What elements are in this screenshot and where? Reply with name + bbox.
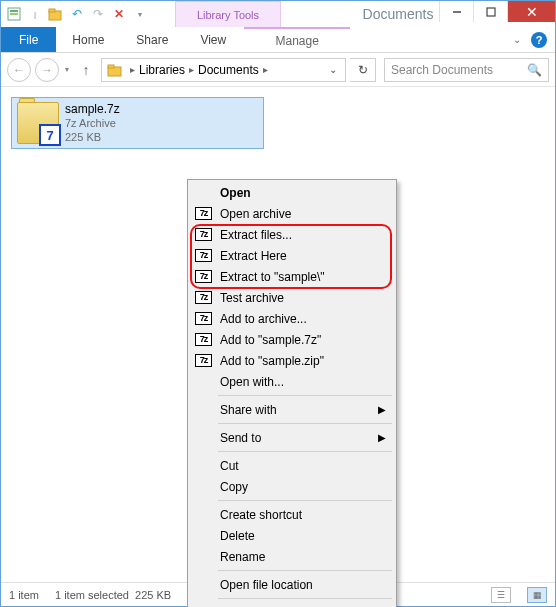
nav-history-dropdown-icon[interactable]: ▾ — [63, 65, 71, 74]
redo-icon: ↷ — [89, 5, 107, 23]
search-placeholder: Search Documents — [391, 63, 493, 77]
menu-test-archive[interactable]: 7zTest archive — [190, 287, 394, 308]
tab-file[interactable]: File — [1, 27, 56, 52]
content-area[interactable]: 7 sample.7z 7z Archive 225 KB Open 7zOpe… — [1, 87, 555, 582]
tiles-view-button[interactable]: ▦ — [527, 587, 547, 603]
menu-share-with[interactable]: Share with▶ — [190, 399, 394, 420]
7z-icon: 7z — [195, 270, 212, 283]
close-button[interactable]: ✕ — [507, 1, 555, 22]
tab-share[interactable]: Share — [120, 27, 184, 52]
menu-open-archive[interactable]: 7zOpen archive — [190, 203, 394, 224]
file-item-sample-7z[interactable]: 7 sample.7z 7z Archive 225 KB — [11, 97, 264, 149]
menu-separator — [218, 500, 392, 501]
qat-divider: | — [26, 5, 44, 23]
archive-file-icon: 7 — [17, 102, 59, 144]
file-size: 225 KB — [65, 130, 120, 144]
new-folder-icon[interactable] — [47, 5, 65, 23]
menu-open[interactable]: Open — [190, 182, 394, 203]
menu-extract-files[interactable]: 7zExtract files... — [190, 224, 394, 245]
menu-separator — [218, 423, 392, 424]
breadcrumb[interactable]: ▸ Libraries ▸ Documents ▸ ⌄ — [101, 58, 346, 82]
menu-rename[interactable]: Rename — [190, 546, 394, 567]
undo-icon[interactable]: ↶ — [68, 5, 86, 23]
svg-rect-1 — [10, 10, 18, 12]
refresh-button[interactable]: ↻ — [350, 58, 376, 82]
ribbon-tabs: File Home Share View Manage ⌄ ? — [1, 27, 555, 53]
menu-send-to[interactable]: Send to▶ — [190, 427, 394, 448]
window-controls: ✕ — [439, 1, 555, 22]
menu-separator — [218, 570, 392, 571]
submenu-arrow-icon: ▶ — [378, 432, 386, 443]
status-item-count: 1 item — [9, 589, 39, 601]
menu-separator — [218, 395, 392, 396]
tab-view[interactable]: View — [184, 27, 242, 52]
context-menu: Open 7zOpen archive 7zExtract files... 7… — [187, 179, 397, 607]
search-icon: 🔍 — [527, 63, 542, 77]
submenu-arrow-icon: ▶ — [378, 404, 386, 415]
menu-separator — [218, 451, 392, 452]
breadcrumb-dropdown-icon[interactable]: ⌄ — [323, 64, 343, 75]
7z-icon: 7z — [195, 249, 212, 262]
menu-properties[interactable]: Properties — [190, 602, 394, 607]
menu-add-to-archive[interactable]: 7zAdd to archive... — [190, 308, 394, 329]
7z-icon: 7z — [195, 354, 212, 367]
search-input[interactable]: Search Documents 🔍 — [384, 58, 549, 82]
details-view-button[interactable]: ☰ — [491, 587, 511, 603]
menu-cut[interactable]: Cut — [190, 455, 394, 476]
breadcrumb-libraries[interactable]: Libraries — [139, 63, 185, 77]
status-selected: 1 item selected 225 KB — [55, 589, 171, 601]
menu-delete[interactable]: Delete — [190, 525, 394, 546]
menu-add-to-7z[interactable]: 7zAdd to "sample.7z" — [190, 329, 394, 350]
menu-add-to-zip[interactable]: 7zAdd to "sample.zip" — [190, 350, 394, 371]
menu-separator — [218, 598, 392, 599]
maximize-button[interactable] — [473, 1, 507, 22]
7z-icon: 7z — [195, 333, 212, 346]
svg-rect-4 — [49, 9, 55, 12]
delete-qat-icon[interactable]: ✕ — [110, 5, 128, 23]
minimize-button[interactable] — [439, 1, 473, 22]
breadcrumb-separator[interactable]: ▸ — [185, 64, 198, 75]
7z-icon: 7z — [195, 291, 212, 304]
7z-icon: 7z — [195, 207, 212, 220]
menu-open-file-location[interactable]: Open file location — [190, 574, 394, 595]
breadcrumb-separator[interactable]: ▸ — [126, 64, 139, 75]
file-meta: sample.7z 7z Archive 225 KB — [65, 102, 120, 144]
svg-rect-8 — [108, 65, 114, 68]
titlebar: | ↶ ↷ ✕ ▾ Library Tools Documents ✕ — [1, 1, 555, 27]
menu-open-with[interactable]: Open with... — [190, 371, 394, 392]
properties-icon[interactable] — [5, 5, 23, 23]
quick-access-toolbar: | ↶ ↷ ✕ ▾ — [1, 1, 153, 27]
tab-home[interactable]: Home — [56, 27, 120, 52]
ribbon-collapse-icon[interactable]: ⌄ — [513, 34, 521, 45]
file-name: sample.7z — [65, 102, 120, 116]
7z-icon: 7z — [195, 228, 212, 241]
menu-copy[interactable]: Copy — [190, 476, 394, 497]
breadcrumb-separator[interactable]: ▸ — [259, 64, 272, 75]
7z-icon: 7z — [195, 312, 212, 325]
up-button[interactable]: ↑ — [75, 59, 97, 81]
address-bar: ← → ▾ ↑ ▸ Libraries ▸ Documents ▸ ⌄ ↻ Se… — [1, 53, 555, 87]
file-type: 7z Archive — [65, 116, 120, 130]
menu-create-shortcut[interactable]: Create shortcut — [190, 504, 394, 525]
forward-button: → — [35, 58, 59, 82]
breadcrumb-documents[interactable]: Documents — [198, 63, 259, 77]
menu-extract-to[interactable]: 7zExtract to "sample\" — [190, 266, 394, 287]
svg-rect-2 — [10, 13, 18, 15]
menu-extract-here[interactable]: 7zExtract Here — [190, 245, 394, 266]
tab-manage[interactable]: Manage — [244, 27, 350, 52]
help-icon[interactable]: ? — [531, 32, 547, 48]
svg-rect-6 — [487, 8, 495, 16]
location-icon — [106, 61, 124, 79]
explorer-window: | ↶ ↷ ✕ ▾ Library Tools Documents ✕ File… — [0, 0, 556, 607]
library-tools-contextual-tab: Library Tools — [175, 1, 281, 27]
qat-dropdown-icon[interactable]: ▾ — [131, 5, 149, 23]
back-button[interactable]: ← — [7, 58, 31, 82]
